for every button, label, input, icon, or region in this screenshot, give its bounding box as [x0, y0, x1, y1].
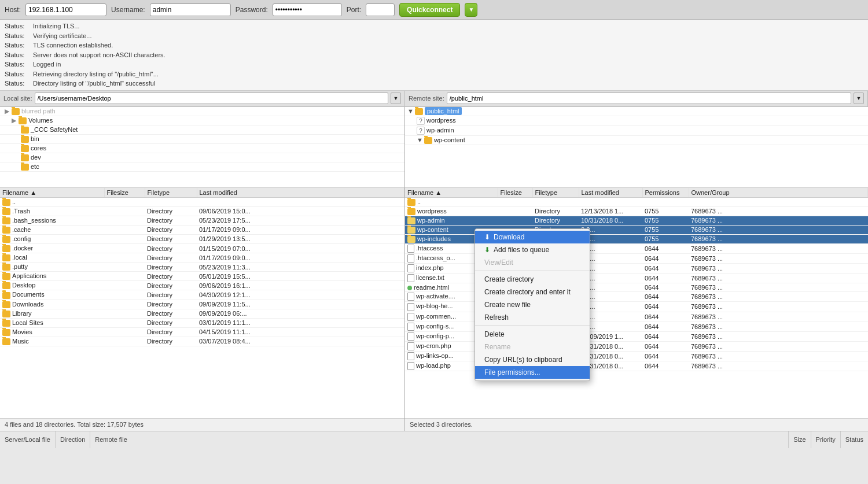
- download-icon: ⬇: [484, 233, 490, 241]
- remote-site-input[interactable]: [447, 93, 851, 104]
- remote-file-row[interactable]: wordpressDirectory12/13/2018 1...0755768…: [405, 206, 868, 216]
- local-file-row[interactable]: DesktopDirectory09/06/2019 16:1...: [0, 281, 404, 290]
- context-menu-item-add-files-to-queue[interactable]: ⬇Add files to queue: [475, 243, 590, 256]
- status-key-1: Status:: [5, 21, 31, 31]
- local-panel: ▶blurred path ▶Volumes _CCC SafetyNet bi…: [0, 107, 405, 431]
- remote-tree-public-html[interactable]: ▼public_html: [405, 107, 868, 116]
- local-file-row[interactable]: ApplicationsDirectory05/01/2019 15:5...: [0, 272, 404, 281]
- context-menu-item-copy-url-s--to-clipboard[interactable]: Copy URL(s) to clipboard: [475, 353, 590, 366]
- password-input[interactable]: [273, 3, 342, 16]
- context-menu-item-create-directory[interactable]: Create directory: [475, 273, 590, 286]
- username-input[interactable]: [150, 3, 231, 16]
- context-menu[interactable]: ⬇Download⬇Add files to queueView/EditCre…: [475, 228, 590, 381]
- password-label: Password:: [236, 6, 268, 14]
- tree-item-dev[interactable]: dev: [0, 153, 404, 162]
- transfer-priority: Priority: [811, 431, 841, 448]
- local-file-row[interactable]: MoviesDirectory04/15/2019 11:1...: [0, 327, 404, 337]
- local-site-label: Local site:: [3, 95, 32, 102]
- main-content: ▶blurred path ▶Volumes _CCC SafetyNet bi…: [0, 107, 868, 431]
- local-file-row[interactable]: DocumentsDirectory04/30/2019 12:1...: [0, 290, 404, 300]
- host-input[interactable]: [25, 3, 106, 16]
- toolbar: Host: Username: Password: Port: Quickcon…: [0, 0, 868, 20]
- status-line-1: Status: Initializing TLS...: [5, 21, 863, 31]
- status-line-6: Status: Retrieving directory listing of …: [5, 69, 863, 79]
- local-col-filesize[interactable]: Filesize: [104, 188, 145, 198]
- local-file-row[interactable]: LibraryDirectory09/09/2019 06:...: [0, 309, 404, 318]
- local-file-area[interactable]: Filename ▲ Filesize Filetype Last modifi…: [0, 188, 404, 418]
- tree-item-parent[interactable]: ▶blurred path: [0, 107, 404, 116]
- local-site-input[interactable]: [35, 93, 388, 104]
- context-menu-separator: [475, 271, 590, 271]
- context-menu-item-refresh[interactable]: Refresh: [475, 311, 590, 324]
- remote-col-filesize[interactable]: Filesize: [498, 188, 532, 198]
- remote-status-footer: Selected 3 directories.: [405, 418, 868, 431]
- status-value-1: Initializing TLS...: [33, 21, 80, 31]
- status-value-5: Logged in: [33, 60, 61, 69]
- remote-file-row[interactable]: ..: [405, 197, 868, 206]
- context-menu-item-create-directory-and-enter-it[interactable]: Create directory and enter it: [475, 286, 590, 298]
- local-file-row[interactable]: ..: [0, 197, 404, 206]
- context-menu-item-rename: Rename: [475, 341, 590, 353]
- local-file-row[interactable]: MusicDirectory03/07/2019 08:4...: [0, 337, 404, 346]
- remote-tree-wordpress[interactable]: ?wordpress: [405, 116, 868, 125]
- local-file-row[interactable]: DownloadsDirectory09/09/2019 11:5...: [0, 300, 404, 309]
- remote-col-filename[interactable]: Filename ▲: [405, 188, 498, 198]
- local-file-row[interactable]: Local SitesDirectory03/01/2019 11:1...: [0, 318, 404, 327]
- remote-site-dropdown[interactable]: ▼: [854, 93, 864, 104]
- local-col-modified[interactable]: Last modified: [197, 188, 404, 198]
- transfer-bar: Server/Local file Direction Remote file …: [0, 431, 868, 448]
- quickconnect-button[interactable]: Quickconnect: [399, 3, 460, 17]
- local-site-section: Local site: ▼: [0, 91, 405, 106]
- context-menu-item-delete[interactable]: Delete: [475, 328, 590, 341]
- local-tree-area[interactable]: ▶blurred path ▶Volumes _CCC SafetyNet bi…: [0, 107, 404, 188]
- context-menu-separator: [475, 326, 590, 326]
- remote-col-filetype[interactable]: Filetype: [532, 188, 579, 198]
- local-file-row[interactable]: .configDirectory01/29/2019 13:5...: [0, 234, 404, 243]
- tree-item-ccc[interactable]: _CCC SafetyNet: [0, 125, 404, 134]
- remote-file-row[interactable]: wp-adminDirectory10/31/2018 0...07557689…: [405, 216, 868, 225]
- local-col-filename[interactable]: Filename ▲: [0, 188, 104, 198]
- status-line-4: Status: Server does not support non-ASCI…: [5, 50, 863, 60]
- local-site-dropdown[interactable]: ▼: [391, 93, 401, 104]
- username-label: Username:: [111, 6, 145, 14]
- local-file-row[interactable]: .dockerDirectory01/15/2019 07:0...: [0, 243, 404, 253]
- status-key-4: Status:: [5, 50, 31, 60]
- status-key-2: Status:: [5, 31, 31, 41]
- status-key-3: Status:: [5, 40, 31, 50]
- status-bar: Status: Initializing TLS... Status: Veri…: [0, 20, 868, 91]
- transfer-status: Status: [841, 431, 868, 448]
- remote-panel: ▼public_html ?wordpress ?wp-admin ▼wp-co…: [405, 107, 868, 431]
- context-menu-item-view-edit: View/Edit: [475, 256, 590, 269]
- context-menu-item-download[interactable]: ⬇Download: [475, 231, 590, 243]
- status-line-7: Status: Directory listing of "/public_ht…: [5, 79, 863, 88]
- status-value-3: TLS connection established.: [33, 40, 113, 50]
- context-menu-item-create-new-file[interactable]: Create new file: [475, 298, 590, 311]
- tree-item-volumes[interactable]: ▶Volumes: [0, 116, 404, 125]
- remote-col-perms[interactable]: Permissions: [642, 188, 689, 198]
- remote-tree-wp-admin[interactable]: ?wp-admin: [405, 125, 868, 135]
- tree-item-cores[interactable]: cores: [0, 143, 404, 153]
- status-value-4: Server does not support non-ASCII charac…: [33, 50, 165, 60]
- local-file-row[interactable]: .bash_sessionsDirectory05/23/2019 17:5..…: [0, 216, 404, 225]
- port-input[interactable]: [366, 3, 395, 16]
- tree-item-etc[interactable]: etc: [0, 162, 404, 172]
- local-file-row[interactable]: .TrashDirectory09/06/2019 15:0...: [0, 206, 404, 216]
- transfer-remote-file: Remote file: [90, 431, 789, 448]
- quickconnect-dropdown-button[interactable]: ▼: [465, 3, 477, 17]
- local-file-row[interactable]: .cacheDirectory01/17/2019 09:0...: [0, 225, 404, 234]
- remote-col-modified[interactable]: Last modified: [579, 188, 642, 198]
- remote-col-owner[interactable]: Owner/Group: [689, 188, 868, 198]
- remote-tree-wp-content[interactable]: ▼wp-content: [405, 135, 868, 145]
- remote-tree-area[interactable]: ▼public_html ?wordpress ?wp-admin ▼wp-co…: [405, 107, 868, 188]
- remote-site-label: Remote site:: [409, 95, 444, 102]
- tree-item-bin[interactable]: bin: [0, 134, 404, 143]
- local-file-row[interactable]: .puttyDirectory05/23/2019 11:3...: [0, 263, 404, 272]
- remote-status-text: Selected 3 directories.: [410, 421, 473, 428]
- local-file-row[interactable]: .localDirectory01/17/2019 09:0...: [0, 253, 404, 263]
- local-status-text: 4 files and 18 directories. Total size: …: [5, 421, 144, 428]
- status-line-2: Status: Verifying certificate...: [5, 31, 863, 41]
- status-value-7: Directory listing of "/public_html" succ…: [33, 79, 155, 88]
- local-col-filetype[interactable]: Filetype: [145, 188, 197, 198]
- status-value-2: Verifying certificate...: [33, 31, 92, 41]
- context-menu-item-file-permissions---[interactable]: File permissions...: [475, 366, 590, 379]
